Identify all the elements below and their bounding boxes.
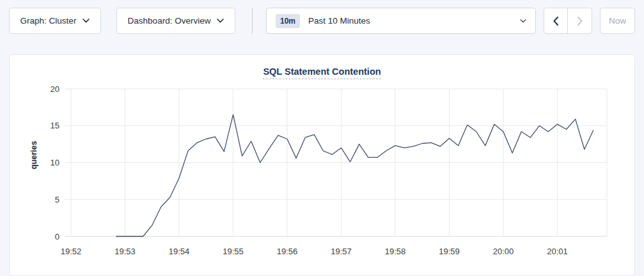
chevron-right-icon: [577, 16, 583, 26]
prev-range-button[interactable]: [544, 8, 568, 33]
graph-dropdown-label: Graph: Cluster: [20, 16, 77, 26]
toolbar-divider: [252, 8, 253, 34]
series-line: [116, 114, 593, 236]
x-tick-label: 19:52: [61, 247, 82, 256]
x-tick-label: 19:59: [439, 247, 460, 256]
x-tick-label: 19:55: [223, 247, 244, 256]
y-tick-label: 5: [55, 195, 59, 204]
x-tick-label: 20:01: [547, 247, 568, 256]
graph-dropdown[interactable]: Graph: Cluster: [9, 8, 101, 34]
x-tick-label: 19:56: [277, 247, 298, 256]
chevron-down-icon: [82, 19, 90, 23]
now-button[interactable]: Now: [600, 8, 635, 34]
now-button-label: Now: [609, 16, 626, 26]
time-range-label: Past 10 Minutes: [308, 16, 520, 26]
x-tick-label: 20:00: [493, 247, 514, 256]
x-tick-label: 19:58: [385, 247, 406, 256]
y-tick-label: 10: [51, 158, 59, 167]
contention-chart: 0510152019:5219:5319:5419:5519:5619:5719…: [10, 55, 636, 276]
chevron-down-icon: [520, 19, 526, 23]
chevron-left-icon: [553, 16, 559, 26]
dashboard-dropdown[interactable]: Dashboard: Overview: [116, 8, 235, 34]
time-range-picker[interactable]: 10m Past 10 Minutes: [266, 8, 536, 34]
y-tick-label: 0: [55, 232, 59, 241]
chevron-down-icon: [217, 19, 224, 23]
toolbar: Graph: Cluster Dashboard: Overview 10m P…: [0, 0, 644, 42]
y-tick-label: 15: [51, 121, 59, 130]
next-range-button[interactable]: [568, 8, 592, 33]
x-tick-label: 19:53: [114, 247, 136, 256]
x-tick-label: 19:54: [169, 247, 190, 256]
time-range-badge: 10m: [276, 14, 300, 28]
x-tick-label: 19:57: [331, 247, 352, 256]
time-range-arrows: [544, 8, 592, 34]
chart-panel: SQL Statement Contention queries 0510152…: [9, 54, 635, 276]
y-tick-label: 20: [51, 84, 59, 94]
dashboard-dropdown-label: Dashboard: Overview: [128, 16, 211, 26]
